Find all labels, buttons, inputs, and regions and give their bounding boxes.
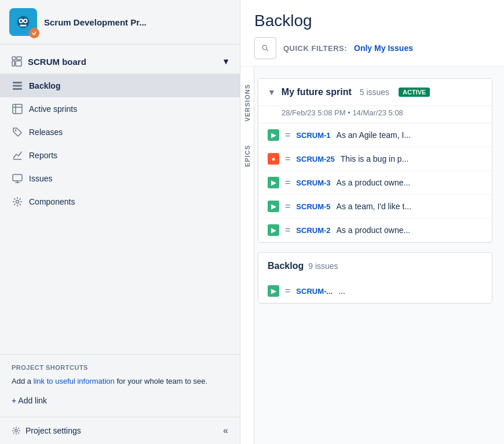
- main-header: Backlog QUICK FILTERS: Only My Issues: [240, 0, 504, 67]
- svg-point-17: [15, 130, 17, 132]
- releases-label: Releases: [29, 128, 228, 137]
- versions-tab[interactable]: VERSIONS: [244, 84, 251, 122]
- issue-row[interactable]: ● = SCRUM-25 This is a bug in p...: [258, 147, 492, 171]
- project-settings-button[interactable]: Project settings: [12, 426, 81, 435]
- svg-rect-13: [13, 88, 22, 90]
- svg-rect-14: [13, 104, 22, 114]
- sprint-date-end: 14/Mar/23 5:08: [352, 108, 403, 117]
- issue-summary: As a product owne...: [337, 178, 411, 187]
- svg-point-22: [16, 201, 19, 203]
- project-settings-label: Project settings: [25, 426, 81, 435]
- issue-summary: As a product owne...: [337, 225, 411, 235]
- shortcuts-text: Add a link to useful information for you…: [12, 376, 228, 387]
- search-icon: [262, 43, 269, 53]
- sprint-date-separator: •: [348, 108, 350, 117]
- components-label: Components: [29, 197, 228, 206]
- settings-gear-icon: [12, 426, 21, 435]
- issue-row[interactable]: ▶ = SCRUM-3 As a product owne...: [258, 171, 492, 195]
- issue-priority-icon: =: [285, 130, 290, 140]
- issue-row[interactable]: ▶ = SCRUM-5 As a team, I'd like t...: [258, 195, 492, 219]
- issue-priority-icon: =: [285, 177, 290, 188]
- svg-line-25: [266, 49, 268, 51]
- issue-summary: ...: [338, 286, 345, 296]
- issue-id: SCRUM-...: [296, 287, 333, 296]
- svg-rect-11: [13, 82, 22, 83]
- sprint-name: My future sprint: [282, 87, 352, 97]
- issue-priority-icon: =: [285, 201, 290, 212]
- issue-row[interactable]: ▶ = SCRUM-2 As a product owne...: [258, 219, 492, 242]
- issue-id: SCRUM-3: [296, 179, 330, 187]
- project-shortcuts: PROJECT SHORTCUTS Add a link to useful i…: [0, 354, 240, 417]
- sidebar-item-issues[interactable]: Issues: [0, 167, 240, 190]
- backlog-title: Backlog: [268, 261, 304, 271]
- issue-type-story-icon: ▶: [268, 285, 279, 297]
- svg-point-23: [15, 430, 17, 432]
- add-link-label: + Add link: [12, 396, 47, 405]
- sidebar-header: Scrum Development Pr...: [0, 0, 240, 45]
- shortcuts-title: PROJECT SHORTCUTS: [12, 364, 228, 371]
- main-board: VERSIONS EPICS ▼ My future sprint 5 issu…: [240, 67, 504, 444]
- issue-row[interactable]: ▶ = SCRUM-1 As an Agile team, I...: [258, 123, 492, 147]
- svg-rect-8: [17, 57, 21, 60]
- issue-priority-icon: =: [285, 225, 290, 235]
- sidebar-item-reports[interactable]: Reports: [0, 144, 240, 167]
- reports-label: Reports: [29, 151, 228, 160]
- svg-rect-7: [12, 57, 16, 60]
- issues-label: Issues: [29, 174, 228, 183]
- scrum-board-label: SCRUM board: [28, 57, 218, 67]
- sidebar-nav: SCRUM board ▾ Backlog: [0, 45, 240, 354]
- sidebar-item-scrum-board[interactable]: SCRUM board ▾: [0, 49, 240, 74]
- only-my-issues-button[interactable]: Only My Issues: [354, 41, 413, 55]
- issue-priority-icon: =: [285, 154, 290, 164]
- logo-badge: [29, 28, 39, 38]
- sprint-date-start: 28/Feb/23 5:08 PM: [282, 108, 346, 117]
- gear-icon: [12, 196, 23, 208]
- svg-rect-10: [16, 61, 21, 66]
- issue-summary: As a team, I'd like t...: [337, 202, 412, 211]
- issue-type-story-icon: ▶: [268, 224, 279, 236]
- tag-icon: [12, 126, 23, 138]
- side-tabs: VERSIONS EPICS: [240, 67, 254, 444]
- issue-priority-icon: =: [285, 286, 290, 296]
- collapse-sidebar-button[interactable]: «: [223, 425, 228, 436]
- sprint-dates: 28/Feb/23 5:08 PM • 14/Mar/23 5:08: [258, 106, 492, 123]
- search-button[interactable]: [254, 37, 276, 59]
- issue-type-story-icon: ▶: [268, 177, 279, 188]
- svg-rect-12: [13, 85, 22, 87]
- sprint-section: ▼ My future sprint 5 issues ACTIVE 28/Fe…: [258, 78, 492, 243]
- sprint-toggle-button[interactable]: ▼: [268, 88, 276, 97]
- chart-icon: [12, 150, 23, 161]
- shortcuts-link[interactable]: link to useful information: [34, 377, 115, 385]
- sidebar-item-active-sprints[interactable]: Active sprints: [0, 97, 240, 121]
- list-icon: [12, 80, 23, 92]
- toolbar: QUICK FILTERS: Only My Issues: [254, 37, 490, 59]
- svg-point-4: [20, 20, 22, 22]
- active-sprints-label: Active sprints: [29, 104, 228, 114]
- issue-row[interactable]: ▶ = SCRUM-... ...: [258, 279, 492, 303]
- issue-id: SCRUM-25: [296, 155, 334, 163]
- svg-rect-9: [12, 61, 14, 66]
- epics-tab[interactable]: EPICS: [244, 145, 251, 167]
- backlog-section: Backlog 9 issues ▶ = SCRUM-... ...: [258, 252, 492, 304]
- backlog-label: Backlog: [29, 81, 228, 90]
- quick-filters-label: QUICK FILTERS:: [283, 44, 347, 53]
- issue-type-story-icon: ▶: [268, 201, 279, 212]
- add-link-button[interactable]: + Add link: [12, 394, 228, 407]
- issue-summary: As an Agile team, I...: [337, 130, 411, 140]
- sidebar-item-releases[interactable]: Releases: [0, 121, 240, 144]
- sprint-active-badge: ACTIVE: [399, 88, 430, 97]
- backlog-count: 9 issues: [308, 261, 338, 271]
- project-logo: [9, 8, 37, 36]
- table-icon: [12, 103, 23, 115]
- sidebar-item-components[interactable]: Components: [0, 190, 240, 213]
- sidebar-item-backlog[interactable]: Backlog: [0, 74, 240, 97]
- project-name: Scrum Development Pr...: [44, 17, 147, 27]
- monitor-icon: [12, 173, 23, 184]
- svg-rect-19: [13, 174, 22, 181]
- sprint-issues-count: 5 issues: [360, 88, 389, 97]
- sidebar-footer: Project settings «: [0, 417, 240, 444]
- issue-type-story-icon: ▶: [268, 129, 279, 141]
- grid-icon: [12, 56, 22, 67]
- svg-point-5: [24, 20, 27, 22]
- page-title: Backlog: [254, 12, 490, 30]
